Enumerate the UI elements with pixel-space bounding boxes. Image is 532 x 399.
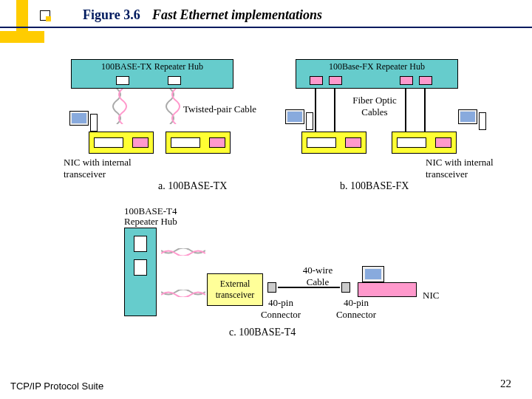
hub-c-label-l2: Repeater Hub <box>124 216 177 228</box>
hub-a-port-2 <box>168 76 181 85</box>
fiber-b2a <box>405 89 406 132</box>
hub-c-port-2 <box>134 259 147 276</box>
hub-a-port-1 <box>116 76 129 85</box>
hub-b-port-1 <box>310 76 323 85</box>
label-conn40-2: 40-pin Connector <box>334 297 378 321</box>
hub-b: 100Base-FX Repeater Hub <box>296 59 458 89</box>
nic-a2 <box>166 132 231 154</box>
connector-c2 <box>341 282 350 293</box>
hub-a-title: 100BASE-TX Repeater Hub <box>72 60 233 74</box>
bullet-icon <box>40 10 50 21</box>
header-rule <box>0 27 532 30</box>
twisted-cable-a1 <box>111 89 129 124</box>
twisted-c1 <box>161 245 205 253</box>
pc-c-icon <box>358 266 417 297</box>
caption-b: b. 100BASE-FX <box>340 180 409 192</box>
footer-left: TCP/IP Protocol Suite <box>10 381 103 392</box>
hub-b-port-2 <box>329 76 342 85</box>
caption-c: c. 100BASE-T4 <box>229 327 296 338</box>
page-number: 22 <box>500 378 511 390</box>
pc-b2-icon <box>458 109 491 137</box>
hub-a: 100BASE-TX Repeater Hub <box>71 59 233 89</box>
label-conn40-1: 40-pin Connector <box>259 297 303 321</box>
twisted-cable-a2 <box>164 89 182 124</box>
slide-header: Figure 3.6 Fast Ethernet implementations <box>19 3 514 30</box>
hub-c <box>124 228 157 316</box>
label-nic-c: NIC <box>423 290 439 301</box>
ext-trans-l1: External <box>212 279 258 290</box>
external-transceiver: External transceiver <box>207 273 263 306</box>
label-nic-internal-a: NIC with internal transceiver <box>64 157 145 180</box>
twisted-c2 <box>161 287 205 294</box>
nic-b1 <box>301 132 366 154</box>
label-40wire: 40-wire Cable <box>296 265 340 288</box>
hub-b-title: 100Base-FX Repeater Hub <box>296 60 457 74</box>
hub-c-port-1 <box>134 236 147 252</box>
ext-trans-l2: transceiver <box>212 290 258 301</box>
nic-b2 <box>392 132 457 154</box>
figure-title: Fast Ethernet implementations <box>152 7 322 23</box>
caption-a: a. 100BASE-TX <box>158 180 227 192</box>
hub-b-port-4 <box>419 76 432 85</box>
fiber-b2b <box>424 89 426 132</box>
fiber-b1b <box>334 89 335 132</box>
hub-b-port-3 <box>400 76 413 85</box>
figure-number: Figure 3.6 <box>83 7 140 23</box>
connector-c1 <box>267 282 276 293</box>
label-twisted-cable: Twisted-pair Cable <box>183 103 256 115</box>
nic-a1 <box>89 132 154 154</box>
label-fiber-cables: Fiber Optic Cables <box>349 95 400 118</box>
label-nic-internal-b: NIC with internal transceiver <box>426 157 514 180</box>
